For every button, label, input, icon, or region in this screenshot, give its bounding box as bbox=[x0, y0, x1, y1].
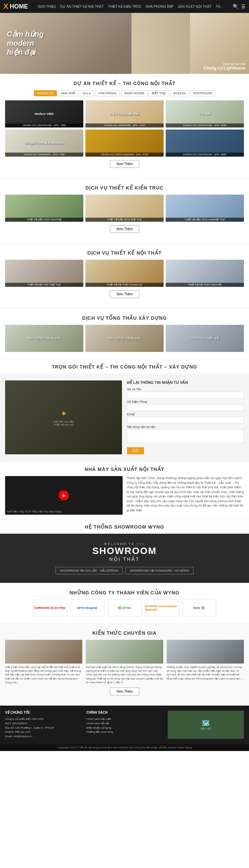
project-img-3[interactable]: The mát CHUNG CƯ LIGHTHOUSE - 2PN - 62M² bbox=[166, 100, 244, 127]
projects-title: DỰ ÁN THIẾT KẾ – THI CÔNG NỘI THẤT bbox=[5, 81, 244, 86]
hero-text: Cảm hứng modern hiện đại bbox=[0, 13, 131, 74]
knowledge-grid: Giải ý kiến thực đến cách nội để tái đặt… bbox=[5, 640, 244, 684]
footer-address: Địa chỉ: 126 Phường 1, Quận 9, TPHCM bbox=[5, 726, 81, 730]
menu-icon[interactable]: ☰ bbox=[241, 4, 246, 9]
tab-shophouse[interactable]: SHOP HOUSE bbox=[121, 90, 147, 96]
footer-about: VỀ CHÚNG TỔI: Công ty cổ phần ABC SÀI GÒ… bbox=[5, 711, 81, 739]
play-button[interactable] bbox=[59, 490, 69, 500]
arch-img-2[interactable]: THIẾT KẾ KIẾN TRÚC BIỆT THỰ bbox=[85, 195, 164, 222]
tab-vanphong[interactable]: VĂN PHÒNG bbox=[95, 90, 120, 96]
contact-form-title: ĐỂ LẠI THÔNG TIN NHẬN TƯ VẤN bbox=[127, 380, 244, 385]
footer-company: Công ty cổ phần ABC SÀI GÒN bbox=[5, 717, 81, 722]
knowledge-img-2 bbox=[86, 640, 163, 664]
contact-form: ĐỂ LẠI THÔNG TIN NHẬN TƯ VẤN Họ và Tên S… bbox=[127, 380, 244, 454]
interior-img-1[interactable]: THIẾT KẾ NỘI THẤT BIỆT THỰ bbox=[5, 260, 83, 287]
tab-penthouse[interactable]: PENTHOUSE bbox=[190, 90, 215, 96]
members-section: NHỮNG CÔNG TY THÀNH VIÊN CỦA WYNG FORWAR… bbox=[0, 583, 249, 623]
contact-send-btn[interactable]: GỬI bbox=[127, 447, 144, 454]
field-message-group: Nội dung cần tư vấn bbox=[127, 425, 244, 444]
hero-overlay: Thiết kế nội thất Chung cư Lighthouse bbox=[204, 62, 246, 71]
project-label-2: CHUNG CƯ LANDMARK - 3PN - 97M² bbox=[85, 123, 164, 127]
footer-email: Email: info@xhome.vn bbox=[5, 734, 81, 739]
factory-section: NHÀ MÁY SẢN XUẤT NỘI THẤT Giới Thiệu Côn… bbox=[0, 461, 249, 520]
hero-section: Cảm hứng modern hiện đại Thiết kế nội th… bbox=[0, 13, 249, 74]
footer-copyright: Copyright 2023 © Tất cả nội dung & hình … bbox=[0, 744, 249, 751]
architecture-more-btn[interactable]: Xem Thêm bbox=[110, 225, 139, 233]
tab-chungcu[interactable]: CHUNG CƯ bbox=[34, 90, 57, 96]
project-img-1[interactable]: Modern VIBE CHUNG CƯ LIGHTHOUSE - 2PN - … bbox=[5, 100, 83, 127]
project-img-4[interactable]: Tối giản tinh tế nhẹ nhàng CHUNG CƯ LAND… bbox=[5, 130, 83, 157]
project-img-5[interactable]: CHUNG CƯ SOIGN DIAMOND - 3PN - 97M² bbox=[85, 130, 164, 157]
tab-bietthu[interactable]: BIỆT THỰ bbox=[149, 90, 169, 96]
interior-img-3[interactable]: THIẾT KẾ NỘI THẤT NHÀ PHỐ bbox=[166, 260, 244, 287]
showroom-buttons: SHOWROOM TẠI GIA LỘC - HẢI DƯƠNG SHOWROO… bbox=[5, 567, 244, 574]
nav-more[interactable]: TH... bbox=[216, 5, 223, 8]
package-title: TRỌN GÓI THIẾT KẾ – THI CÔNG NỘI THẤT – … bbox=[0, 359, 249, 370]
footer-phone: Hotline: 090 xxx xxxx bbox=[5, 730, 81, 734]
field-name-group: Họ và Tên bbox=[127, 388, 244, 398]
factory-content: Giới Thiệu Công Ty CP Tổng Thầu Xây Dựng… bbox=[5, 476, 244, 515]
field-name-input[interactable] bbox=[127, 392, 244, 398]
construction-img-2[interactable]: XÂY DỰNG TRON GÓI bbox=[85, 325, 164, 352]
logo-text: HOME bbox=[10, 3, 28, 10]
nav-factory[interactable]: SẢN XUẤT NỘI THẤT bbox=[178, 5, 211, 8]
member-logo-1[interactable]: FORWARD ELECTRIC bbox=[33, 599, 67, 616]
footer-policy-3[interactable]: Điều khoản sử dụng bbox=[86, 726, 163, 730]
knowledge-section: KIẾN THỨC CHUYÊN GIA Giải ý kiến thực đế… bbox=[0, 624, 249, 706]
nav-about[interactable]: GIỚI THIỆU bbox=[38, 5, 56, 8]
member-logo-3[interactable]: 🌿 WYNG bbox=[108, 599, 142, 616]
interior-section: DỊCH VỤ THIẾT KẾ NỘI THẤT THIẾT KẾ NỘI T… bbox=[0, 243, 249, 308]
site-logo[interactable]: X HOME bbox=[3, 2, 28, 11]
nav-projects[interactable]: DỰ ÁN THIẾT KẾ NỘI THẤT bbox=[60, 5, 104, 8]
video-label: Giới Thiệu Công Ty CP Tổng Thầu Xây Dựng… bbox=[7, 510, 121, 513]
tab-duplex[interactable]: DUPLEX bbox=[170, 90, 189, 96]
project-label-5: CHUNG CƯ SOIGN DIAMOND - 3PN - 97M² bbox=[85, 153, 164, 157]
factory-video[interactable]: Giới Thiệu Công Ty CP Tổng Thầu Xây Dựng… bbox=[5, 476, 123, 515]
project-img-6[interactable]: CHUNG CƯ LIGHTHOUSE - 2PN - 68M² bbox=[166, 130, 244, 157]
construction-img-3[interactable]: CAO TAO THIẾT KẾ bbox=[166, 325, 244, 352]
member-logo-5[interactable]: KDS 🌿 bbox=[182, 599, 216, 616]
arch-img-1[interactable]: THIẾT KẾ KIẾN TRÚC NHÀ PHỐ bbox=[5, 195, 83, 222]
field-email-input[interactable] bbox=[127, 417, 244, 423]
showroom-btn-2[interactable]: SHOWROOM TẠI COINWORK - HÀ NÔNG bbox=[125, 567, 193, 574]
footer-policy-2[interactable]: Chính sách đổi trả bbox=[86, 722, 163, 726]
arch-img-3[interactable]: THIẾT KẾ KIẾN TRÚC NHÀ/BIỆT THỰ bbox=[166, 195, 244, 222]
field-message-input[interactable] bbox=[127, 429, 244, 443]
arch-label-1: THIẾT KẾ KIẾN TRÚC NHÀ PHỐ bbox=[5, 218, 83, 222]
knowledge-item-3[interactable]: Những chuẩn mực người chuyên nghiệp về s… bbox=[167, 640, 244, 684]
nav-arch[interactable]: THIẾT KẾ KIẾN TRÚC bbox=[108, 5, 141, 8]
interior-more-btn[interactable]: Xem Thêm bbox=[110, 290, 139, 298]
construction-img-1[interactable]: XÂY DỰNG TRON GÓI bbox=[5, 325, 83, 352]
field-phone-input[interactable] bbox=[127, 404, 244, 411]
footer-policy-4[interactable]: Hướng dẫn mua hàng bbox=[86, 730, 163, 734]
knowledge-text-2: Sự khác biệt thiết kế năm 2 tầng (2022),… bbox=[86, 665, 163, 684]
member-logo-2[interactable]: WYN Hospital bbox=[70, 599, 104, 616]
arch-label-3: THIẾT KẾ KIẾN TRÚC NHÀ/BIỆT THỰ bbox=[166, 218, 244, 222]
site-footer: VỀ CHÚNG TỔI: Công ty cổ phần ABC SÀI GÒ… bbox=[0, 706, 249, 744]
contact-area: ✦ Nội thất cao cấpThiết kế trọn gói ĐỂ L… bbox=[0, 374, 249, 461]
projects-row2: Tối giản tinh tế nhẹ nhàng CHUNG CƯ LAND… bbox=[5, 130, 244, 157]
knowledge-text-1: Giải ý kiến thực đến cách nội để tái đặt… bbox=[5, 665, 82, 684]
knowledge-more-btn[interactable]: Xem Thêm bbox=[110, 688, 139, 695]
interior-grid: THIẾT KẾ NỘI THẤT BIỆT THỰ THIẾT KẾ NỘI … bbox=[5, 260, 244, 287]
factory-description: Thành lập năm 2015, Wyng Holdings không … bbox=[127, 476, 244, 515]
knowledge-item-2[interactable]: Sự khác biệt thiết kế năm 2 tầng (2022),… bbox=[86, 640, 163, 684]
knowledge-img-1 bbox=[5, 640, 82, 664]
project-img-2[interactable]: Cảm hứng hiện đại CHUNG CƯ LANDMARK - 3P… bbox=[85, 100, 164, 127]
tab-nhapho[interactable]: NHÀ PHỐ bbox=[58, 90, 78, 96]
search-icon[interactable]: 🔍 bbox=[233, 4, 238, 9]
interior-img-2[interactable]: THIẾT KẾ NỘI THẤT CHUNG CƯ bbox=[85, 260, 164, 287]
member-logo-4[interactable]: WYNOM Construction Material bbox=[145, 599, 179, 616]
field-email-label: Email bbox=[127, 413, 244, 416]
field-name-label: Họ và Tên bbox=[127, 388, 244, 391]
nav-kitchen[interactable]: NHÀ PHONG BẾP bbox=[146, 5, 174, 8]
members-grid: FORWARD ELECTRIC WYN Hospital 🌿 WYNG WYN… bbox=[5, 599, 244, 616]
factory-title: NHÀ MÁY SẢN XUẤT NỘI THẤT bbox=[5, 467, 244, 472]
tab-villa[interactable]: VILLA bbox=[80, 90, 94, 96]
showroom-btn-1[interactable]: SHOWROOM TẠI GIA LỘC - HẢI DƯƠNG bbox=[56, 567, 123, 574]
knowledge-item-1[interactable]: Giải ý kiến thực đến cách nội để tái đặt… bbox=[5, 640, 82, 684]
interior-label-1: THIẾT KẾ NỘI THẤT BIỆT THỰ bbox=[5, 283, 83, 287]
footer-policy-1[interactable]: Chính sách bảo mật bbox=[86, 717, 163, 722]
projects-more-btn[interactable]: Xem Thêm bbox=[110, 160, 139, 168]
knowledge-text-3: Những chuẩn mực người chuyên nghiệp về s… bbox=[167, 665, 244, 680]
